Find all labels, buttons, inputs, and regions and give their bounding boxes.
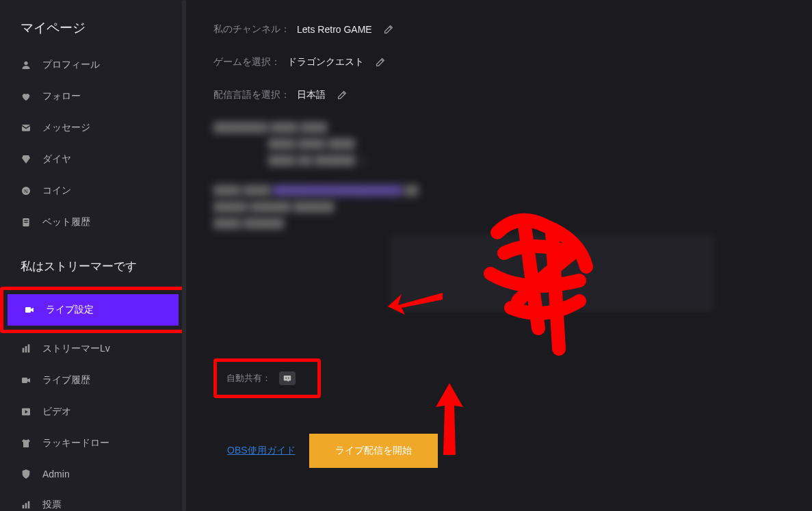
- svg-rect-7: [25, 307, 31, 313]
- coin-icon: N: [21, 185, 31, 196]
- sidebar-item-label: ストリーマーLv: [42, 343, 110, 355]
- sidebar-item-label: ラッキードロー: [42, 437, 109, 449]
- game-value: ドラゴンクエスト: [287, 56, 364, 68]
- channel-value: Lets Retro GAME: [297, 24, 372, 35]
- sidebar-item-live-settings[interactable]: ライブ設定: [8, 294, 179, 326]
- sidebar-item-live-history[interactable]: ライブ履歴: [0, 365, 186, 396]
- svg-rect-11: [22, 378, 27, 383]
- svg-rect-8: [23, 348, 25, 353]
- svg-text:N: N: [24, 188, 27, 194]
- redacted-line: ████ ████ ███████████████████ ██: [213, 185, 785, 196]
- main-content: 私のチャンネル： Lets Retro GAME ゲームを選択： ドラゴンクエス…: [186, 0, 812, 511]
- svg-rect-5: [24, 220, 27, 221]
- sidebar-item-streamer-lv[interactable]: ストリーマーLv: [0, 333, 186, 365]
- video-icon: [21, 375, 31, 386]
- sidebar-item-label: Admin: [42, 469, 70, 480]
- sidebar-item-admin[interactable]: Admin: [0, 459, 186, 489]
- language-value: 日本語: [297, 89, 326, 101]
- obs-guide-link[interactable]: OBS使用ガイド: [227, 445, 296, 457]
- sidebar-item-label: ライブ履歴: [42, 374, 90, 386]
- sidebar-item-live-settings-highlight: ライブ設定: [0, 287, 186, 333]
- sidebar-item-label: フォロー: [42, 90, 81, 103]
- sidebar-item-coin[interactable]: N コイン: [0, 175, 186, 207]
- shirt-icon: [21, 438, 31, 449]
- edit-icon[interactable]: [375, 57, 386, 68]
- auto-share-section: 自動共有：: [213, 331, 785, 398]
- start-stream-button[interactable]: ライブ配信を開始: [309, 434, 438, 468]
- redacted-stream-info: ████████ ████ ████ ████ ████ ████ ████ █…: [213, 122, 785, 311]
- sidebar-item-vote[interactable]: 投票: [0, 489, 186, 511]
- redacted-thumbnail-box: [391, 235, 713, 311]
- auto-share-highlight: 自動共有：: [213, 358, 321, 398]
- svg-rect-6: [24, 222, 27, 222]
- svg-point-0: [24, 62, 27, 65]
- edit-icon[interactable]: [337, 90, 348, 101]
- sidebar-item-label: ライブ設定: [46, 304, 94, 316]
- edit-icon[interactable]: [383, 24, 394, 35]
- redacted-line: ████ ██ ██████ ▢: [268, 155, 785, 166]
- user-icon: [21, 60, 31, 70]
- sidebar-item-diamond[interactable]: ダイヤ: [0, 144, 186, 175]
- sidebar: マイページ プロフィール フォロー メッセージ ダイヤ N コイン ベット履歴 …: [0, 0, 186, 511]
- redacted-line: ████ ████ ████: [268, 138, 785, 149]
- sidebar-item-label: プロフィール: [42, 59, 100, 71]
- channel-row: 私のチャンネル： Lets Retro GAME: [213, 23, 785, 36]
- auto-share-label: 自動共有：: [226, 372, 271, 384]
- svg-rect-10: [28, 344, 30, 352]
- chart-icon: [21, 499, 31, 510]
- svg-rect-13: [23, 505, 25, 508]
- discord-icon[interactable]: [279, 371, 296, 385]
- game-label: ゲームを選択：: [213, 56, 280, 68]
- svg-rect-14: [25, 503, 27, 508]
- sidebar-item-profile[interactable]: プロフィール: [0, 49, 186, 81]
- sidebar-item-label: ベット履歴: [42, 216, 90, 228]
- mail-icon: [21, 122, 31, 133]
- heart-icon: [21, 91, 31, 102]
- sidebar-item-label: コイン: [42, 185, 71, 197]
- language-row: 配信言語を選択： 日本語: [213, 89, 785, 101]
- sidebar-item-video[interactable]: ビデオ: [0, 396, 186, 428]
- level-icon: [21, 343, 31, 354]
- language-label: 配信言語を選択：: [213, 89, 290, 101]
- sidebar-item-label: メッセージ: [42, 122, 90, 134]
- sidebar-item-follow[interactable]: フォロー: [0, 81, 186, 112]
- bottom-actions: OBS使用ガイド ライブ配信を開始: [227, 434, 785, 468]
- redacted-line: █████ ██████ ██████: [213, 201, 785, 212]
- sidebar-section-mypage: マイページ: [0, 19, 186, 49]
- shield-icon: [21, 469, 31, 480]
- clipboard-icon: [21, 217, 31, 228]
- diamond-icon: [21, 154, 31, 165]
- sidebar-item-message[interactable]: メッセージ: [0, 112, 186, 144]
- svg-rect-15: [28, 501, 30, 509]
- sidebar-item-label: ビデオ: [42, 406, 71, 418]
- sidebar-item-label: 投票: [42, 499, 62, 511]
- channel-label: 私のチャンネル：: [213, 23, 290, 36]
- redacted-line: ████ ██████: [213, 218, 785, 228]
- play-icon: [21, 406, 31, 417]
- svg-rect-9: [25, 346, 27, 352]
- redacted-line: ████████ ████ ████: [213, 122, 785, 133]
- sidebar-item-label: ダイヤ: [42, 153, 71, 166]
- game-row: ゲームを選択： ドラゴンクエスト: [213, 56, 785, 68]
- video-icon: [24, 304, 35, 315]
- sidebar-item-bet-history[interactable]: ベット履歴: [0, 207, 186, 238]
- sidebar-section-streamer: 私はストリーマーです: [0, 259, 186, 287]
- sidebar-item-lucky-draw[interactable]: ラッキードロー: [0, 428, 186, 459]
